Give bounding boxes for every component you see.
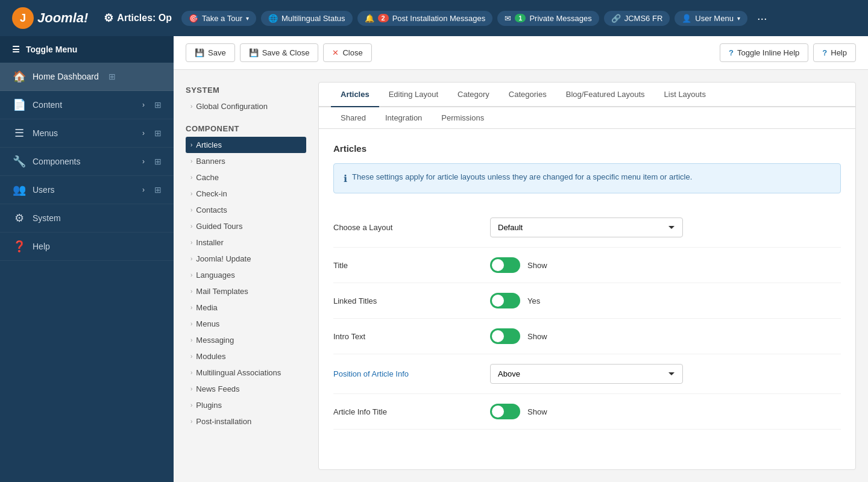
tab-editing-layout[interactable]: Editing Layout	[379, 83, 448, 107]
private-msg-badge: 1	[515, 14, 526, 22]
intro-text-toggle[interactable]	[490, 328, 520, 344]
settings-group-title: Articles	[333, 143, 841, 154]
save-icon: 💾	[195, 48, 204, 57]
help-icon: ❓	[12, 240, 27, 253]
sidebar-item-users[interactable]: 👥 Users › ⊞	[0, 176, 174, 204]
chevron-right-icon: ›	[142, 186, 145, 194]
tabs-row-1: Articles Editing Layout Category Categor…	[319, 83, 855, 107]
left-panel-plugins[interactable]: › Plugins	[186, 397, 306, 413]
sidebar-item-components[interactable]: 🔧 Components › ⊞	[0, 148, 174, 176]
left-panel-cache[interactable]: › Cache	[186, 169, 306, 186]
tab-blog-featured[interactable]: Blog/Featured Layouts	[556, 83, 655, 107]
private-messages-button[interactable]: ✉ 1 Private Messages	[497, 11, 599, 26]
grid-icon: ⊞	[154, 128, 162, 138]
close-button[interactable]: ✕ Close	[323, 43, 371, 62]
title-toggle[interactable]	[490, 257, 520, 273]
tab-category[interactable]: Category	[448, 83, 499, 107]
grid-icon: ⊞	[154, 185, 162, 195]
linked-titles-control: Yes	[490, 293, 841, 308]
chevron-right-icon: ›	[190, 142, 192, 148]
jcms6-button[interactable]: 🔗 JCMS6 FR	[604, 11, 670, 26]
grid-icon: ⊞	[154, 157, 162, 166]
toggle-slider	[490, 293, 520, 308]
left-panel-news-feeds[interactable]: › News Feeds	[186, 381, 306, 397]
tab-categories[interactable]: Categories	[499, 83, 556, 107]
left-panel-check-in[interactable]: › Check-in	[186, 186, 306, 202]
left-panel-languages[interactable]: › Languages	[186, 267, 306, 283]
nav-page-title: Articles: Op	[117, 13, 172, 23]
article-info-title-toggle[interactable]	[490, 404, 520, 419]
chevron-right-icon: ›	[190, 158, 192, 164]
chevron-right-icon: ›	[190, 418, 192, 425]
left-panel-post-installation[interactable]: › Post-installation	[186, 413, 306, 430]
tab-shared[interactable]: Shared	[331, 107, 376, 128]
left-panel-installer[interactable]: › Installer	[186, 234, 306, 251]
close-icon: ✕	[332, 48, 339, 57]
tab-list-layouts[interactable]: List Layouts	[655, 83, 715, 107]
sidebar: ☰ Toggle Menu 🏠 Home Dashboard ⊞ 📄 Conte…	[0, 36, 174, 482]
intro-text-label: Intro Text	[333, 332, 478, 341]
left-panel-menus[interactable]: › Menus	[186, 316, 306, 332]
tab-integration[interactable]: Integration	[376, 107, 432, 128]
left-panel-messaging[interactable]: › Messaging	[186, 332, 306, 348]
chevron-right-icon: ›	[190, 369, 192, 376]
logo[interactable]: J Joomla!	[6, 7, 94, 29]
article-info-title-toggle-label: Show	[527, 407, 547, 416]
multilingual-icon: 🌐	[268, 14, 278, 23]
chevron-right-icon: ›	[142, 101, 145, 109]
help-circle-icon: ?	[729, 48, 734, 57]
chevron-right-icon: ›	[190, 239, 192, 246]
left-panel-articles[interactable]: › Articles	[186, 137, 306, 153]
left-panel-global-config[interactable]: › Global Configuration	[186, 98, 306, 114]
sidebar-item-menus[interactable]: ☰ Menus › ⊞	[0, 119, 174, 148]
chevron-right-icon: ›	[190, 103, 192, 110]
chevron-right-icon: ›	[190, 402, 192, 408]
more-options-button[interactable]: ···	[752, 11, 772, 25]
sidebar-item-content[interactable]: 📄 Content › ⊞	[0, 91, 174, 119]
form-row-linked-titles: Linked Titles Yes	[333, 283, 841, 319]
save-close-button[interactable]: 💾 Save & Close	[240, 43, 319, 62]
left-panel-joomla-update[interactable]: › Joomla! Update	[186, 251, 306, 267]
tab-articles[interactable]: Articles	[331, 83, 379, 107]
page-body: System › Global Configuration Component …	[174, 70, 868, 482]
sidebar-item-help[interactable]: ❓ Help	[0, 233, 174, 261]
menus-icon: ☰	[12, 127, 27, 140]
top-navigation: J Joomla! ⚙ Articles: Op 🎯 Take a Tour ▾…	[0, 0, 868, 36]
chevron-right-icon: ›	[190, 386, 192, 392]
intro-text-toggle-label: Show	[527, 332, 547, 341]
system-heading: System	[186, 82, 306, 98]
toggle-menu-button[interactable]: ☰ Toggle Menu	[0, 36, 174, 63]
left-panel-banners[interactable]: › Banners	[186, 153, 306, 169]
position-article-info-select[interactable]: Above Below Split	[490, 364, 683, 384]
toggle-slider	[490, 328, 520, 344]
chevron-right-icon: ›	[190, 255, 192, 262]
linked-titles-toggle[interactable]	[490, 293, 520, 308]
left-panel-contacts[interactable]: › Contacts	[186, 202, 306, 218]
content-icon: 📄	[12, 98, 27, 111]
linked-titles-label: Linked Titles	[333, 296, 478, 305]
user-menu-button[interactable]: 👤 User Menu ▾	[675, 11, 747, 26]
logo-text: Joomla!	[37, 10, 88, 26]
take-a-tour-button[interactable]: 🎯 Take a Tour ▾	[181, 11, 256, 26]
help-button[interactable]: ? Help	[813, 43, 856, 62]
hamburger-icon: ☰	[12, 45, 20, 54]
sidebar-item-home-dashboard[interactable]: 🏠 Home Dashboard ⊞	[0, 63, 174, 91]
tab-permissions[interactable]: Permissions	[432, 107, 494, 128]
left-panel-guided-tours[interactable]: › Guided Tours	[186, 218, 306, 234]
chevron-right-icon: ›	[190, 288, 192, 295]
multilingual-status-button[interactable]: 🌐 Multilingual Status	[261, 11, 353, 26]
toggle-inline-help-button[interactable]: ? Toggle Inline Help	[720, 43, 808, 62]
components-icon: 🔧	[12, 155, 27, 168]
form-row-intro-text: Intro Text Show	[333, 319, 841, 354]
left-panel-multilingual-assoc[interactable]: › Multilingual Associations	[186, 365, 306, 381]
tour-icon: 🎯	[189, 14, 198, 23]
left-panel-media[interactable]: › Media	[186, 299, 306, 316]
left-panel-mail-templates[interactable]: › Mail Templates	[186, 283, 306, 299]
post-installation-button[interactable]: 🔔 2 Post Installation Messages	[357, 11, 493, 26]
sidebar-item-system[interactable]: ⚙ System	[0, 204, 174, 233]
form-row-article-info-title: Article Info Title Show	[333, 394, 841, 430]
choose-layout-select[interactable]: Default Blog List	[490, 218, 683, 237]
left-panel-modules[interactable]: › Modules	[186, 348, 306, 365]
chevron-right-icon: ›	[142, 129, 145, 137]
save-button[interactable]: 💾 Save	[186, 43, 235, 62]
